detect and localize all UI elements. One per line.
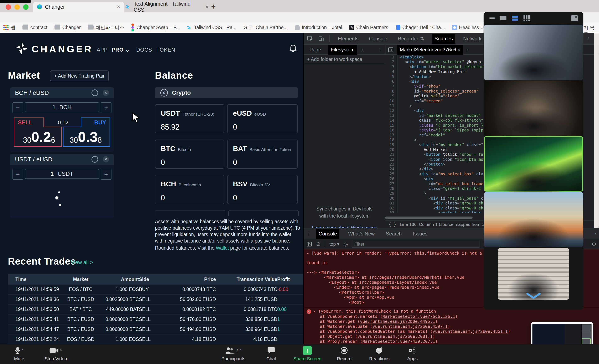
bookmark-item[interactable]: GIT - Chain Partne... bbox=[244, 25, 288, 30]
quantity-field[interactable]: 1BCH bbox=[25, 102, 99, 112]
tab-network[interactable]: Network bbox=[461, 34, 484, 44]
drawer-tab-search[interactable]: Search bbox=[383, 229, 404, 239]
increment-button[interactable]: + bbox=[101, 169, 112, 180]
collapse-sidebar-icon[interactable] bbox=[388, 47, 394, 53]
balance-card-usdt[interactable]: USDTTether (ERC-20)85.92 bbox=[155, 104, 224, 133]
tab-sources[interactable]: Sources bbox=[432, 34, 455, 44]
bookmark-item[interactable]: Changer Swap – F... bbox=[132, 24, 180, 31]
quantity-field[interactable]: 1USDT bbox=[25, 169, 99, 179]
stop-video-button[interactable]: ^Stop Video bbox=[44, 346, 67, 362]
source-link[interactable]: vue.runtime.esm.js?2b0e:2081:1 bbox=[358, 334, 433, 339]
nav-app[interactable]: APP bbox=[97, 47, 108, 53]
increment-button[interactable]: + bbox=[101, 102, 112, 113]
bookmark-item[interactable]: 체인파트너스 bbox=[88, 24, 124, 31]
devtools-menu-icon[interactable]: ⋮ bbox=[587, 37, 590, 41]
mute-button[interactable]: ^Mute bbox=[14, 346, 24, 362]
share-screen-button[interactable]: ↑Share Screen bbox=[293, 346, 322, 362]
add-folder-button[interactable]: + Add folder to workspace bbox=[304, 55, 385, 64]
bookmark-item[interactable]: Tailwind CSS - Ra... bbox=[187, 25, 237, 30]
drawer-tab-whats-new[interactable]: What's New bbox=[346, 229, 377, 239]
balance-card-btc[interactable]: BTCBitcoin0 bbox=[155, 140, 224, 169]
tab-elements[interactable]: Elements bbox=[335, 34, 361, 44]
tab-console[interactable]: Console bbox=[366, 34, 390, 44]
bookmark-item[interactable]: ✎Chain Partners bbox=[349, 25, 388, 30]
strip-view-icon[interactable] bbox=[512, 16, 518, 21]
record-button[interactable]: Record bbox=[337, 346, 352, 362]
balance-card-eusd[interactable]: eUSDeUSD0 bbox=[227, 104, 298, 133]
gallery-view-icon[interactable] bbox=[523, 15, 530, 21]
clear-console-icon[interactable]: ⊘ bbox=[316, 241, 321, 247]
navigator-tab-page[interactable]: Page bbox=[307, 45, 324, 55]
inspect-element-icon[interactable] bbox=[307, 36, 313, 42]
balance-card-bsv[interactable]: BSVBitcoin SV0 bbox=[227, 175, 298, 204]
source-link[interactable]: vue.runtime.esm.js?2b0e:4597:1 bbox=[372, 324, 448, 329]
live-expression-icon[interactable]: ◎ bbox=[344, 241, 348, 247]
participant-video-4[interactable] bbox=[484, 192, 583, 247]
participant-video-1[interactable] bbox=[484, 25, 583, 80]
notifications-bell-icon[interactable] bbox=[289, 44, 297, 53]
view-all-link[interactable]: View all > bbox=[71, 259, 93, 266]
source-link[interactable]: vue.runtime.esm.js?2b0e:4851:1 bbox=[433, 329, 508, 334]
source-link[interactable]: MarketSelector.vue?76c6:126:1 bbox=[382, 314, 455, 319]
bookmark-item[interactable]: 앱 bbox=[3, 24, 15, 31]
source-link[interactable]: MarketSelector.vue?7439:207:1 bbox=[362, 339, 435, 344]
new-tab-button[interactable]: + bbox=[211, 2, 216, 11]
console-settings-icon[interactable]: ⚙ bbox=[591, 241, 599, 247]
bookmark-item[interactable]: Changer bbox=[54, 25, 81, 30]
close-tab-icon[interactable]: × bbox=[117, 4, 120, 10]
decrement-button[interactable]: − bbox=[12, 102, 23, 113]
participants-button[interactable]: 7^Participants bbox=[221, 346, 246, 362]
browser-tab-changer[interactable]: Changer × bbox=[33, 2, 124, 12]
minimize-videos-icon[interactable] bbox=[489, 18, 495, 19]
browser-tab-tailwind[interactable]: Text Alignment - Tailwind CSS × bbox=[122, 2, 212, 12]
speaker-view-icon[interactable] bbox=[500, 16, 506, 20]
balance-card-bch[interactable]: BCHBitcoincash0 bbox=[155, 175, 224, 204]
reactions-button[interactable]: Reactions bbox=[369, 346, 389, 362]
bookmark-item[interactable]: Introduction – Jotai bbox=[295, 25, 342, 30]
drawer-tab-issues[interactable]: Issues bbox=[410, 229, 430, 239]
decrement-button[interactable]: − bbox=[12, 169, 23, 180]
navigator-menu-icon[interactable]: ⋮ bbox=[378, 48, 385, 52]
context-selector[interactable]: top ▾ bbox=[329, 241, 339, 247]
close-drawer-icon[interactable]: × bbox=[594, 232, 599, 236]
buy-price[interactable]: 300.38 bbox=[65, 130, 106, 144]
close-widget-icon[interactable]: × bbox=[103, 90, 109, 96]
add-trading-pair-button[interactable]: + Add New Trading Pair bbox=[50, 71, 109, 81]
minimize-window-button[interactable] bbox=[14, 4, 20, 10]
zoom-window-button[interactable] bbox=[23, 4, 28, 10]
console-filter-input[interactable]: Filter bbox=[352, 241, 479, 248]
participant-video-5[interactable] bbox=[498, 248, 569, 300]
nav-pro[interactable]: PRO ⌄ bbox=[112, 47, 130, 53]
close-widget-icon[interactable]: × bbox=[103, 156, 109, 162]
source-link[interactable]: vue.runtime.esm.js?2b0e:4495:1 bbox=[360, 319, 435, 324]
pip-layout-icon[interactable] bbox=[571, 15, 578, 21]
balance-card-bat[interactable]: BATBasic Attention Token0 bbox=[227, 140, 298, 169]
editor-horizontal-scrollbar[interactable] bbox=[385, 217, 473, 219]
wallet-link[interactable]: Wallet bbox=[216, 245, 229, 251]
device-toolbar-icon[interactable] bbox=[318, 36, 324, 42]
nav-token[interactable]: TOKEN bbox=[156, 47, 175, 53]
console-sidebar-icon[interactable] bbox=[307, 241, 312, 247]
apps-button[interactable]: Apps bbox=[407, 346, 418, 362]
close-window-button[interactable] bbox=[6, 4, 11, 10]
bookmark-item[interactable]: Chager-Defi : Cha... bbox=[395, 25, 445, 30]
collapse-videos-chevron-icon[interactable] bbox=[526, 293, 541, 299]
crypto-category-banner[interactable]: ¢ Crypto bbox=[155, 87, 298, 98]
bookmark-item[interactable]: contract bbox=[22, 25, 47, 30]
participant-video-3[interactable] bbox=[484, 136, 583, 192]
navigator-tab-filesystem[interactable]: Filesystem bbox=[328, 45, 357, 55]
sell-price[interactable]: 300.26 bbox=[19, 130, 60, 144]
tab-recorder[interactable]: Recorder ⚗ bbox=[395, 34, 427, 44]
console-menu-icon[interactable]: ⋮ bbox=[307, 232, 310, 236]
brand-wordmark[interactable]: CHANGER bbox=[32, 44, 93, 55]
more-editor-tabs-icon[interactable]: » bbox=[467, 48, 469, 52]
drawer-tab-console[interactable]: Console bbox=[316, 229, 339, 239]
chat-button[interactable]: Chat bbox=[266, 346, 276, 362]
window-scrollbar[interactable] bbox=[594, 33, 599, 228]
nav-docs[interactable]: DOCS bbox=[136, 47, 152, 53]
more-tabs-icon[interactable]: » bbox=[362, 48, 364, 52]
participant-video-2[interactable] bbox=[484, 80, 583, 136]
buy-tab[interactable]: BUY bbox=[94, 119, 106, 126]
file-tab[interactable]: MarketSelector.vue?76c6 × bbox=[397, 45, 463, 55]
sell-tab[interactable]: SELL bbox=[18, 119, 32, 126]
